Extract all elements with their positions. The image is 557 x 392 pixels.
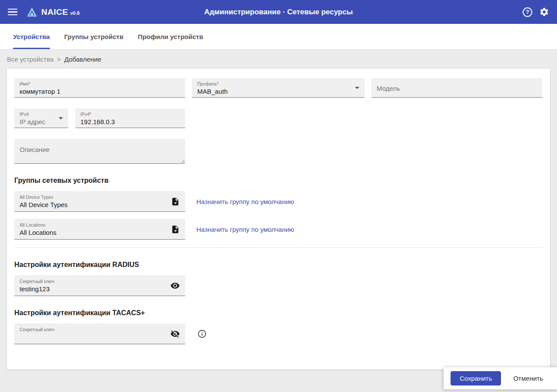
- chevron-down-icon: [355, 87, 359, 89]
- assign-group-icon[interactable]: [171, 225, 180, 234]
- visibility-off-eye-icon[interactable]: [170, 329, 180, 339]
- help-icon[interactable]: ?: [523, 7, 532, 17]
- name-input[interactable]: [20, 88, 180, 95]
- section-divider: [14, 247, 543, 248]
- name-label: Имя*: [20, 81, 180, 87]
- location-group-row: All Locations All Locations Назначить гр…: [14, 219, 543, 240]
- save-button[interactable]: Сохранить: [451, 371, 501, 385]
- ip-type-label: IPv4: [20, 112, 63, 117]
- device-type-group-row: All Device Types All Device Types Назнач…: [14, 191, 543, 212]
- device-type-group-label: All Device Types: [20, 194, 68, 200]
- profile-label: Профиль*: [197, 81, 359, 87]
- gear-icon[interactable]: [539, 7, 549, 17]
- tab-device-profiles[interactable]: Профили устройств: [138, 24, 203, 49]
- radius-secret-field[interactable]: Секретный ключ: [14, 275, 185, 296]
- device-type-group-value: All Device Types: [20, 201, 68, 208]
- breadcrumb-all-devices[interactable]: Все устройства: [7, 56, 53, 63]
- tacacs-secret-input[interactable]: [20, 333, 167, 341]
- location-group-value: All Locations: [20, 229, 56, 236]
- device-form-card: Имя* Профиль* IPv4 IPv4* Группы сетевых …: [7, 69, 550, 369]
- radius-secret-row: Секретный ключ: [14, 275, 543, 296]
- visibility-eye-icon[interactable]: [170, 281, 180, 290]
- assign-group-icon[interactable]: [171, 197, 180, 206]
- model-input[interactable]: [377, 85, 537, 92]
- breadcrumb: Все устройства > Добавление: [0, 49, 557, 69]
- device-type-group-field[interactable]: All Device Types All Device Types: [14, 191, 185, 212]
- brand-name: NAICE: [41, 7, 68, 17]
- tacacs-section-title: Настройки аутентификации TACACS+: [14, 309, 543, 317]
- tab-devices[interactable]: Устройства: [13, 24, 50, 49]
- breadcrumb-current: Добавление: [64, 56, 101, 63]
- location-group-label: All Locations: [20, 222, 56, 228]
- ip-type-input[interactable]: [20, 118, 63, 125]
- ip-address-input[interactable]: [80, 118, 180, 125]
- tacacs-secret-row: Секретный ключ: [14, 323, 543, 344]
- radius-secret-label: Секретный ключ: [20, 279, 167, 284]
- page-title: Администрирование · Сетевые ресурсы: [204, 8, 353, 16]
- ip-address-label: IPv4*: [80, 112, 180, 117]
- description-textarea[interactable]: [14, 139, 185, 164]
- ip-type-select[interactable]: IPv4: [14, 109, 68, 128]
- location-group-field[interactable]: All Locations All Locations: [14, 219, 185, 240]
- cancel-button[interactable]: Отменить: [507, 372, 549, 385]
- profile-input[interactable]: [197, 88, 359, 95]
- assign-default-group-link[interactable]: Назначить группу по умолчанию: [196, 198, 294, 205]
- model-field[interactable]: [371, 78, 542, 98]
- chevron-down-icon: [59, 117, 63, 119]
- app-bar: NAICE v0.8 Администрирование · Сетевые р…: [0, 0, 557, 24]
- tacacs-secret-field[interactable]: Секретный ключ: [14, 323, 185, 344]
- profile-select[interactable]: Профиль*: [192, 78, 365, 98]
- tab-device-groups[interactable]: Группы устройств: [64, 24, 123, 49]
- name-field[interactable]: Имя*: [14, 78, 185, 98]
- brand-version: v0.8: [70, 10, 80, 16]
- info-icon[interactable]: [197, 329, 207, 339]
- form-action-bar: Сохранить Отменить: [444, 367, 557, 389]
- radius-section-title: Настройки аутентификации RADIUS: [14, 261, 543, 269]
- naice-logo-icon: [26, 6, 38, 18]
- groups-section-title: Группы сетевых устройств: [14, 177, 543, 184]
- radius-secret-input[interactable]: [20, 285, 167, 293]
- assign-default-group-link[interactable]: Назначить группу по умолчанию: [196, 226, 294, 233]
- ip-address-field[interactable]: IPv4*: [75, 109, 185, 128]
- breadcrumb-separator: >: [57, 56, 61, 63]
- tab-bar: Устройства Группы устройств Профили устр…: [0, 24, 557, 49]
- tacacs-secret-label: Секретный ключ: [20, 327, 167, 333]
- menu-icon[interactable]: [8, 7, 17, 17]
